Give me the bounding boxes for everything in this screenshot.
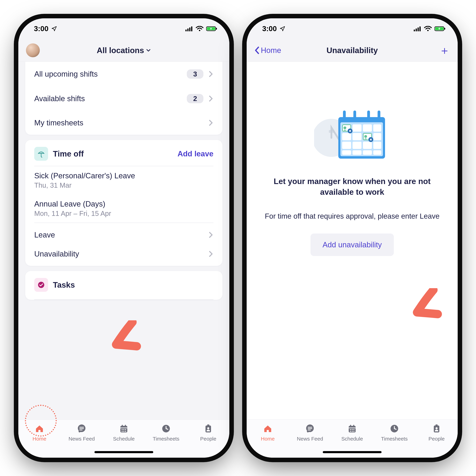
- leave-type: Sick (Personal/Carer's) Leave: [34, 171, 213, 180]
- tab-home[interactable]: Home: [18, 423, 61, 442]
- tab-people[interactable]: People: [187, 423, 229, 442]
- tab-timesheets[interactable]: Timesheets: [373, 423, 415, 442]
- home-icon: [262, 423, 273, 434]
- chevron-left-icon: [254, 46, 260, 54]
- chat-icon: [305, 423, 316, 434]
- leave-date: Mon, 11 Apr – Fri, 15 Apr: [34, 210, 213, 217]
- leave-item[interactable]: Annual Leave (Days) Mon, 11 Apr – Fri, 1…: [25, 194, 222, 223]
- status-time: 3:00: [34, 25, 49, 33]
- available-shifts-row[interactable]: Available shifts 2: [25, 86, 222, 111]
- svg-rect-73: [353, 425, 354, 427]
- upcoming-shifts-row[interactable]: All upcoming shifts 3: [25, 62, 222, 86]
- tab-bar: Home News Feed Schedule Timesheets Peopl…: [247, 419, 458, 458]
- svg-rect-3: [191, 26, 192, 31]
- chevron-right-icon: [208, 119, 213, 126]
- calendar-illustration: [262, 103, 442, 164]
- svg-rect-56: [342, 150, 351, 155]
- location-picker[interactable]: All locations: [64, 46, 184, 55]
- svg-point-23: [125, 431, 126, 432]
- svg-point-76: [353, 429, 354, 430]
- unavail-content: Let your manager know when you are not a…: [247, 62, 458, 419]
- empty-subtext: For time off that requires approval, ple…: [262, 211, 442, 221]
- tab-schedule[interactable]: Schedule: [103, 423, 145, 442]
- svg-rect-30: [418, 28, 419, 31]
- tab-home[interactable]: Home: [247, 423, 289, 442]
- leave-item[interactable]: Sick (Personal/Carer's) Leave Thu, 31 Ma…: [25, 166, 222, 194]
- upcoming-shifts-count: 3: [187, 69, 204, 79]
- svg-point-78: [352, 431, 353, 432]
- unavailability-link-label: Unavailability: [34, 250, 79, 258]
- chat-icon: [76, 423, 87, 434]
- badge-icon: [431, 423, 442, 434]
- check-circle-icon: [34, 278, 48, 292]
- phone-unavailability-screen: 3:00 Home Unavailability ＋: [247, 18, 458, 458]
- svg-point-19: [123, 429, 124, 430]
- svg-rect-52: [342, 142, 351, 149]
- svg-rect-11: [79, 427, 84, 427]
- home-indicator[interactable]: [94, 451, 153, 453]
- unavail-navbar: Home Unavailability ＋: [247, 39, 458, 62]
- badge-icon: [203, 423, 214, 434]
- svg-rect-49: [353, 133, 361, 140]
- upcoming-shifts-label: All upcoming shifts: [34, 70, 98, 78]
- chevron-right-icon: [208, 251, 213, 257]
- svg-rect-58: [363, 150, 372, 155]
- svg-rect-45: [353, 124, 361, 132]
- svg-rect-28: [414, 30, 415, 31]
- add-button[interactable]: ＋: [439, 45, 450, 56]
- tab-news-feed[interactable]: News Feed: [289, 423, 331, 442]
- svg-rect-15: [120, 427, 127, 428]
- svg-point-64: [364, 135, 367, 138]
- back-label: Home: [261, 46, 281, 55]
- wifi-icon: [424, 26, 432, 32]
- chevron-down-icon: [146, 48, 151, 53]
- nav-title-text: Unavailability: [326, 46, 378, 55]
- tab-bar: Home News Feed Schedule Timesheets Peopl…: [18, 419, 229, 458]
- chevron-right-icon: [208, 70, 213, 78]
- svg-rect-6: [216, 28, 217, 30]
- clock-icon: [389, 423, 400, 434]
- svg-point-22: [123, 431, 124, 432]
- tab-people[interactable]: People: [415, 423, 458, 442]
- battery-charging-icon: [206, 26, 217, 31]
- leave-type: Annual Leave (Days): [34, 200, 213, 208]
- svg-rect-57: [353, 150, 361, 155]
- unavailability-link[interactable]: Unavailability: [25, 247, 222, 266]
- my-timesheets-row[interactable]: My timesheets: [25, 111, 222, 135]
- svg-point-21: [122, 431, 123, 432]
- svg-point-9: [38, 282, 44, 288]
- home-icon: [34, 423, 45, 434]
- timeoff-card: Time off Add leave Sick (Personal/Carer'…: [25, 140, 222, 266]
- empty-headline: Let your manager know when you are not a…: [262, 176, 442, 197]
- tab-timesheets[interactable]: Timesheets: [145, 423, 187, 442]
- status-bar: 3:00: [247, 18, 458, 39]
- svg-rect-26: [207, 425, 209, 426]
- svg-rect-46: [363, 124, 372, 132]
- tab-schedule[interactable]: Schedule: [331, 423, 373, 442]
- tab-news-feed[interactable]: News Feed: [61, 423, 103, 442]
- svg-point-32: [427, 30, 429, 31]
- calendar-icon: [347, 423, 358, 434]
- location-arrow-icon: [279, 26, 285, 32]
- svg-point-74: [350, 429, 351, 430]
- avatar[interactable]: [26, 43, 40, 57]
- back-button[interactable]: Home: [254, 46, 281, 55]
- svg-rect-71: [349, 427, 356, 428]
- cellular-icon: [414, 26, 421, 31]
- home-content: All upcoming shifts 3 Available shifts 2…: [18, 62, 229, 419]
- svg-rect-68: [308, 428, 312, 429]
- svg-point-77: [350, 431, 351, 432]
- svg-point-75: [352, 429, 353, 430]
- home-indicator[interactable]: [323, 451, 382, 453]
- svg-rect-51: [373, 133, 381, 140]
- add-leave-button[interactable]: Add leave: [177, 150, 213, 158]
- svg-rect-1: [187, 29, 188, 31]
- location-arrow-icon: [51, 26, 57, 32]
- leave-link-label: Leave: [34, 231, 55, 239]
- svg-rect-53: [353, 142, 361, 149]
- svg-rect-31: [419, 26, 421, 31]
- add-unavailability-button[interactable]: Add unavailability: [310, 234, 394, 256]
- cellular-icon: [186, 26, 193, 31]
- calendar-icon: [118, 423, 129, 434]
- leave-link[interactable]: Leave: [25, 223, 222, 247]
